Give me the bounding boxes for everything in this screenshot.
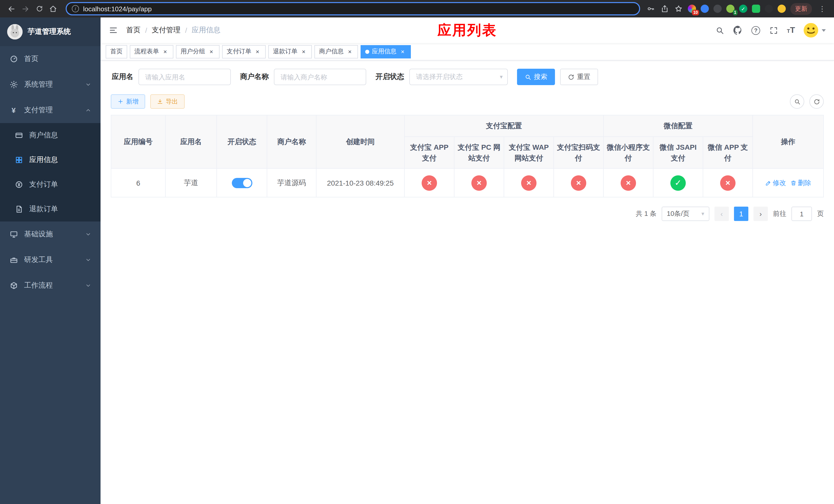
tab-pay-order[interactable]: 支付订单× [222, 45, 266, 58]
cell-created: 2021-10-23 08:49:25 [316, 168, 404, 197]
cell-actions: 修改删除 [753, 168, 824, 197]
close-icon[interactable]: × [300, 48, 307, 55]
share-icon[interactable] [660, 4, 670, 13]
breadcrumb-separator: / [145, 26, 147, 35]
sidebar-item-pay-order[interactable]: 支付订单 [0, 172, 101, 197]
header-search-icon[interactable] [715, 25, 725, 36]
browser-reload-button[interactable] [33, 2, 46, 15]
close-icon[interactable]: × [161, 48, 169, 55]
next-page-button[interactable]: › [753, 207, 768, 221]
sidebar-logo[interactable]: 芋道管理系统 [0, 18, 101, 46]
close-icon[interactable]: × [346, 48, 353, 55]
tab-process-form[interactable]: 流程表单× [130, 45, 173, 58]
col-group-alipay: 支付宝配置 [404, 115, 603, 137]
page-unit-label: 页 [817, 209, 824, 219]
avatar-emoji [803, 23, 819, 38]
chevron-down-icon [85, 257, 91, 263]
browser-back-button[interactable] [5, 2, 18, 15]
sidebar-item-payment[interactable]: ¥ 支付管理 [0, 97, 101, 123]
chevron-down-icon [85, 282, 91, 289]
profile-badge: 1 [733, 10, 738, 15]
profile-avatar-icon[interactable] [777, 5, 786, 13]
tab-user-group[interactable]: 用户分组× [176, 45, 220, 58]
browser-update-button[interactable]: 更新 [790, 3, 812, 15]
sidebar-item-home[interactable]: 首页 [0, 46, 101, 72]
user-avatar[interactable] [803, 23, 826, 38]
edit-link[interactable]: 修改 [765, 178, 786, 187]
gear-icon [9, 80, 18, 89]
github-icon[interactable] [733, 25, 743, 36]
toggle-search-button[interactable] [790, 94, 804, 109]
sidebar-item-refund-order[interactable]: 退款订单 [0, 197, 101, 222]
status-select[interactable]: 请选择开启状态 ▾ [409, 69, 508, 85]
app-title: 芋道管理系统 [28, 27, 71, 37]
sidebar-item-merchant-info[interactable]: 商户信息 [0, 123, 101, 148]
url-text[interactable]: localhost:1024/pay/app [83, 5, 152, 13]
sidebar-item-dev-tools[interactable]: 研发工具 [0, 247, 101, 273]
close-icon[interactable]: × [399, 48, 406, 55]
fullscreen-icon[interactable] [768, 25, 778, 36]
close-icon[interactable]: × [208, 48, 215, 55]
status-toggle[interactable] [232, 178, 252, 188]
extension-icon-chat[interactable] [752, 5, 760, 13]
sidebar-item-system[interactable]: 系统管理 [0, 72, 101, 97]
export-button-label: 导出 [166, 97, 178, 106]
col-wechat-mini: 微信小程序支付 [603, 137, 653, 168]
browser-forward-button[interactable] [19, 2, 32, 15]
prev-page-button[interactable]: ‹ [715, 207, 729, 221]
logo-avatar [7, 24, 23, 40]
site-info-icon[interactable]: i [72, 5, 79, 12]
table-row: 6 芋道 芋道源码 2021-10-23 08:49:25 × × × × × … [111, 168, 824, 197]
chevron-down-icon: ▾ [701, 210, 704, 217]
tab-label: 商户信息 [319, 47, 344, 56]
screen: i localhost:1024/pay/app 10 1 ✓ 更新 ⋮ [0, 0, 834, 504]
tab-label: 支付订单 [227, 47, 251, 56]
password-key-icon[interactable] [646, 4, 656, 13]
col-alipay-app: 支付宝 APP 支付 [404, 137, 454, 168]
font-size-icon[interactable]: TT [787, 26, 795, 35]
table-header-row-1: 应用编号 应用名 开启状态 商户名称 创建时间 支付宝配置 微信配置 操作 [111, 115, 824, 137]
wechat-mini-status-icon: × [621, 175, 636, 190]
browser-home-button[interactable] [47, 2, 60, 15]
delete-link[interactable]: 删除 [790, 178, 811, 187]
goto-page-input[interactable] [791, 207, 812, 221]
col-actions: 操作 [753, 115, 824, 168]
extension-icon-colorwheel[interactable]: 10 [688, 5, 696, 13]
tab-home[interactable]: 首页 [106, 45, 127, 58]
merchant-name-label: 商户名称 [240, 72, 269, 82]
breadcrumb-home[interactable]: 首页 [126, 26, 140, 35]
chevron-down-icon [85, 82, 91, 88]
bookmark-star-icon[interactable] [674, 4, 683, 13]
sidebar-toggle-icon[interactable] [109, 26, 118, 35]
browser-menu-icon[interactable]: ⋮ [816, 5, 828, 13]
address-bar[interactable]: i localhost:1024/pay/app [66, 2, 640, 15]
sidebar-item-label: 研发工具 [24, 255, 53, 265]
tab-merchant-info[interactable]: 商户信息× [314, 45, 358, 58]
sidebar: 芋道管理系统 首页 系统管理 ¥ 支付管理 [0, 18, 101, 504]
tab-app-info[interactable]: 应用信息× [360, 45, 411, 58]
search-button[interactable]: 搜索 [517, 69, 555, 85]
cell-merchant: 芋道源码 [267, 168, 316, 197]
page-size-select[interactable]: 10条/页 ▾ [662, 207, 709, 221]
add-button[interactable]: 新增 [111, 94, 145, 109]
app-name-input[interactable] [138, 69, 231, 85]
breadcrumb-payment[interactable]: 支付管理 [152, 26, 180, 35]
alipay-wap-status-icon: × [521, 175, 536, 190]
extension-icon-check[interactable]: ✓ [739, 5, 747, 13]
reset-button[interactable]: 重置 [560, 69, 598, 85]
extension-icon-dark[interactable] [714, 5, 722, 13]
extension-icon-pin[interactable] [765, 5, 773, 13]
tab-refund-order[interactable]: 退款订单× [268, 45, 312, 58]
sidebar-item-workflow[interactable]: 工作流程 [0, 273, 101, 298]
merchant-name-input[interactable] [274, 69, 366, 85]
sidebar-item-infra[interactable]: 基础设施 [0, 222, 101, 247]
page-number-1[interactable]: 1 [734, 207, 748, 221]
sidebar-item-app-info[interactable]: 应用信息 [0, 148, 101, 172]
extension-icon-avatar[interactable]: 1 [726, 5, 734, 13]
close-icon[interactable]: × [254, 48, 261, 55]
extension-icon-blue-drop[interactable] [701, 5, 709, 13]
export-button[interactable]: 导出 [150, 94, 185, 109]
help-icon[interactable]: ? [751, 26, 760, 35]
delete-link-label: 删除 [798, 178, 811, 187]
refresh-button[interactable] [809, 94, 824, 109]
